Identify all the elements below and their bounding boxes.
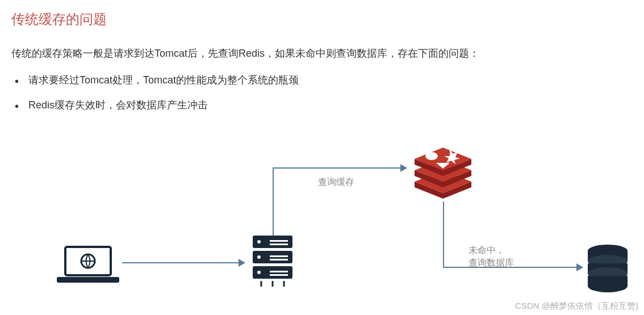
- description-text: 传统的缓存策略一般是请求到达Tomcat后，先查询Redis，如果未命中则查询数…: [0, 28, 644, 62]
- tomcat-server-icon: [244, 233, 301, 289]
- svg-rect-13: [270, 259, 288, 261]
- architecture-diagram: 查询缓存 未命中，查询数据库: [0, 131, 644, 315]
- arrow-server-redis: [273, 167, 403, 169]
- svg-rect-12: [270, 255, 288, 257]
- svg-rect-10: [270, 240, 288, 242]
- redis-cache-icon: [409, 139, 477, 201]
- bullet-list: 请求要经过Tomcat处理，Tomcat的性能成为整个系统的瓶颈 Redis缓存…: [0, 62, 644, 115]
- label-query-cache: 查询缓存: [318, 176, 354, 188]
- svg-point-7: [257, 240, 261, 243]
- svg-rect-11: [270, 243, 288, 245]
- svg-rect-14: [270, 271, 288, 272]
- arrow-server-redis: [273, 167, 274, 236]
- svg-point-19: [425, 152, 438, 160]
- watermark-text: CSDN @醉梦依依惜（互粉互赞): [515, 301, 638, 312]
- label-miss-query-db: 未命中，查询数据库: [469, 244, 514, 270]
- client-laptop-icon: [57, 244, 119, 284]
- bullet-item: 请求要经过Tomcat处理，Tomcat的性能成为整个系统的瓶颈: [15, 71, 633, 89]
- svg-rect-15: [270, 274, 288, 276]
- svg-rect-1: [57, 277, 119, 283]
- arrow-redis-db: [443, 201, 444, 267]
- arrow-client-server: [122, 262, 241, 263]
- arrow-head-icon: [576, 263, 583, 271]
- bullet-item: Redis缓存失效时，会对数据库产生冲击: [15, 96, 633, 114]
- page-title: 传统缓存的问题: [0, 0, 644, 28]
- arrow-head-icon: [400, 164, 407, 172]
- database-icon: [585, 244, 630, 292]
- svg-point-8: [257, 255, 261, 259]
- svg-point-9: [257, 271, 261, 274]
